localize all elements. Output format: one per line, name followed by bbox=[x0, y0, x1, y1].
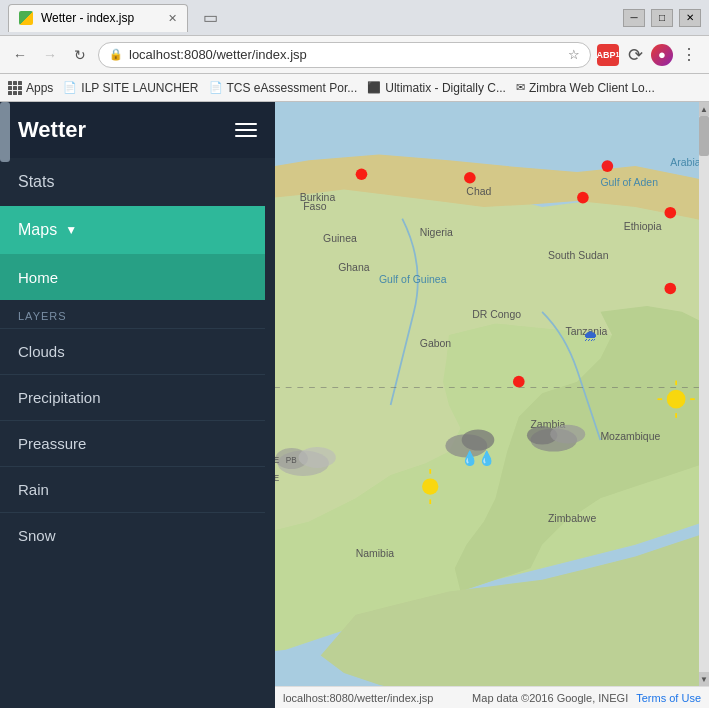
sidebar: Wetter Stats Maps ▼ Home bbox=[0, 102, 275, 708]
map-attribution: Map data ©2016 Google, INEGI bbox=[472, 692, 628, 704]
svg-text:Nigeria: Nigeria bbox=[420, 227, 453, 238]
sidebar-nav: Stats Maps ▼ Home LAYERS Clouds Precipit… bbox=[0, 158, 275, 708]
terms-of-use-link[interactable]: Terms of Use bbox=[636, 692, 701, 704]
svg-point-24 bbox=[356, 168, 368, 180]
new-tab-button[interactable]: ▭ bbox=[196, 4, 224, 32]
maximize-button[interactable]: □ bbox=[651, 9, 673, 27]
svg-point-59 bbox=[422, 478, 438, 494]
app-title: Wetter bbox=[18, 117, 86, 143]
sidebar-layer-clouds[interactable]: Clouds bbox=[0, 328, 265, 374]
hamburger-line-1 bbox=[235, 123, 257, 125]
reload-button[interactable]: ↻ bbox=[68, 43, 92, 67]
maps-label: Maps bbox=[18, 221, 57, 239]
svg-point-25 bbox=[464, 172, 476, 184]
map-scrollbar[interactable]: ▲ ▼ bbox=[699, 102, 709, 686]
sidebar-item-stats[interactable]: Stats bbox=[0, 158, 265, 206]
content-area: Wetter Stats Maps ▼ Home bbox=[0, 102, 709, 708]
sidebar-layer-pressure[interactable]: Preassure bbox=[0, 420, 265, 466]
page-icon-2: 📄 bbox=[209, 81, 223, 94]
svg-text:Zimbabwe: Zimbabwe bbox=[548, 513, 596, 524]
title-bar: Wetter - index.jsp ✕ ▭ ─ □ ✕ bbox=[0, 0, 709, 36]
sidebar-subitem-home[interactable]: Home bbox=[0, 254, 265, 300]
svg-text:Gabon: Gabon bbox=[420, 338, 452, 349]
status-right: Map data ©2016 Google, INEGI Terms of Us… bbox=[472, 692, 701, 704]
address-bar[interactable]: 🔒 localhost:8080/wetter/index.jsp ☆ bbox=[98, 42, 591, 68]
bookmark-ultimatix[interactable]: ⬛ Ultimatix - Digitally C... bbox=[367, 81, 506, 95]
navigation-bar: ← → ↻ 🔒 localhost:8080/wetter/index.jsp … bbox=[0, 36, 709, 74]
svg-text:Namibia: Namibia bbox=[356, 548, 395, 559]
bookmarks-bar: Apps 📄 ILP SITE LAUNCHER 📄 TCS eAssessme… bbox=[0, 74, 709, 102]
pressure-label: Preassure bbox=[18, 435, 86, 452]
hamburger-line-2 bbox=[235, 129, 257, 131]
minimize-button[interactable]: ─ bbox=[623, 9, 645, 27]
svg-text:Mozambique: Mozambique bbox=[600, 431, 660, 442]
map-scrollbar-thumb[interactable] bbox=[699, 116, 709, 156]
svg-text:PE: PE bbox=[275, 456, 280, 465]
bookmark-apps[interactable]: Apps bbox=[8, 81, 53, 95]
svg-point-26 bbox=[577, 192, 589, 204]
sidebar-scrollbar-thumb[interactable] bbox=[0, 102, 10, 162]
clouds-label: Clouds bbox=[18, 343, 65, 360]
profile-button[interactable]: ● bbox=[651, 44, 673, 66]
tcs-label: TCS eAssessment Por... bbox=[227, 81, 358, 95]
apps-label: Apps bbox=[26, 81, 53, 95]
ilp-label: ILP SITE LAUNCHER bbox=[81, 81, 198, 95]
map-status-bar: localhost:8080/wetter/index.jsp Map data… bbox=[275, 686, 709, 708]
status-url: localhost:8080/wetter/index.jsp bbox=[283, 692, 433, 704]
svg-text:Gulf of Aden: Gulf of Aden bbox=[600, 177, 658, 188]
maps-arrow-icon: ▼ bbox=[65, 223, 77, 237]
back-button[interactable]: ← bbox=[8, 43, 32, 67]
address-text: localhost:8080/wetter/index.jsp bbox=[129, 47, 562, 62]
mail-icon: ✉ bbox=[516, 81, 525, 94]
menu-button[interactable]: ⋮ bbox=[677, 43, 701, 67]
scroll-up-arrow[interactable]: ▲ bbox=[699, 102, 709, 116]
precipitation-label: Precipitation bbox=[18, 389, 101, 406]
bookmark-zimbra[interactable]: ✉ Zimbra Web Client Lo... bbox=[516, 81, 655, 95]
extension-button[interactable]: ⟳ bbox=[623, 43, 647, 67]
address-icons: ☆ bbox=[568, 47, 580, 62]
map-area[interactable]: Gulf of Guinea Gulf of Aden Arabian Sea … bbox=[275, 102, 709, 708]
svg-text:Faso: Faso bbox=[303, 201, 326, 212]
scroll-down-arrow[interactable]: ▼ bbox=[699, 672, 709, 686]
close-button[interactable]: ✕ bbox=[679, 9, 701, 27]
svg-text:Gulf of Guinea: Gulf of Guinea bbox=[379, 274, 447, 285]
window-controls: ─ □ ✕ bbox=[623, 9, 701, 27]
svg-text:SE: SE bbox=[275, 474, 280, 483]
svg-text:Chad: Chad bbox=[466, 186, 491, 197]
svg-point-38 bbox=[462, 429, 495, 450]
tab-favicon bbox=[19, 11, 33, 25]
svg-text:DR Congo: DR Congo bbox=[472, 309, 521, 320]
apps-grid-icon bbox=[8, 81, 22, 95]
bookmark-ilp[interactable]: 📄 ILP SITE LAUNCHER bbox=[63, 81, 198, 95]
sidebar-layer-rain[interactable]: Rain bbox=[0, 466, 265, 512]
browser-window: Wetter - index.jsp ✕ ▭ ─ □ ✕ ← → ↻ 🔒 loc… bbox=[0, 0, 709, 708]
svg-point-27 bbox=[602, 160, 614, 172]
sidebar-layer-snow[interactable]: Snow bbox=[0, 512, 265, 558]
layers-section-label: LAYERS bbox=[0, 300, 265, 328]
svg-point-54 bbox=[667, 390, 686, 409]
browser-tab[interactable]: Wetter - index.jsp ✕ bbox=[8, 4, 188, 32]
sidebar-item-maps[interactable]: Maps ▼ bbox=[0, 206, 265, 254]
bookmark-star-icon[interactable]: ☆ bbox=[568, 47, 580, 62]
tab-title: Wetter - index.jsp bbox=[41, 11, 134, 25]
tab-close-button[interactable]: ✕ bbox=[168, 12, 177, 25]
sidebar-layer-precipitation[interactable]: Precipitation bbox=[0, 374, 265, 420]
page-icon: 📄 bbox=[63, 81, 77, 94]
svg-text:Ghana: Ghana bbox=[338, 262, 370, 273]
svg-text:Guinea: Guinea bbox=[323, 233, 357, 244]
bookmark-tcs[interactable]: 📄 TCS eAssessment Por... bbox=[209, 81, 358, 95]
home-label: Home bbox=[18, 269, 58, 286]
svg-point-42 bbox=[299, 447, 336, 468]
sidebar-header: Wetter bbox=[0, 102, 275, 158]
adblock-button[interactable]: ABP1 bbox=[597, 44, 619, 66]
forward-button[interactable]: → bbox=[38, 43, 62, 67]
svg-text:🌧: 🌧 bbox=[583, 327, 598, 344]
hamburger-menu[interactable] bbox=[235, 123, 257, 137]
ultimatix-label: Ultimatix - Digitally C... bbox=[385, 81, 506, 95]
svg-point-31 bbox=[513, 376, 525, 388]
svg-text:💧💧: 💧💧 bbox=[461, 450, 496, 467]
svg-point-29 bbox=[664, 283, 676, 295]
svg-point-45 bbox=[550, 425, 585, 444]
stats-label: Stats bbox=[18, 173, 54, 191]
svg-text:Ethiopia: Ethiopia bbox=[624, 221, 662, 232]
